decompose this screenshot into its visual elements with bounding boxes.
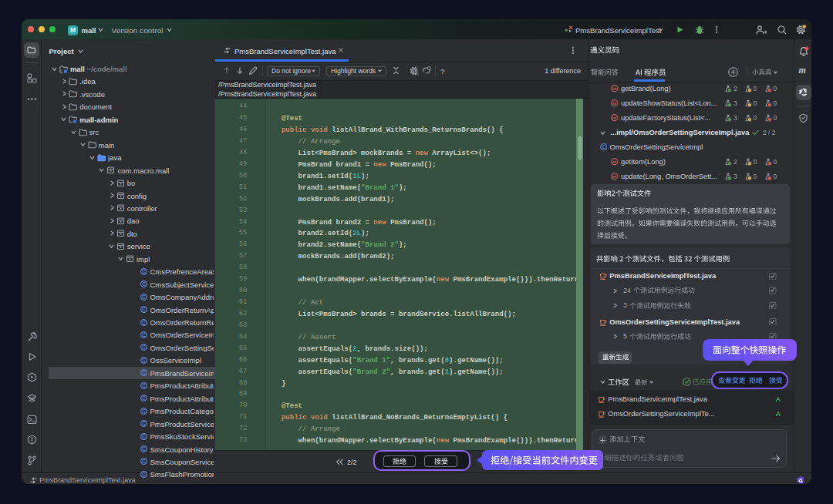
svg-text:m: m <box>612 116 616 120</box>
svg-text:m: m <box>612 101 616 106</box>
svg-text:C: C <box>142 472 146 477</box>
svg-text:C: C <box>142 332 146 338</box>
svg-text:C: C <box>142 433 146 438</box>
svg-text:C: C <box>142 421 146 426</box>
svg-text:C: C <box>142 307 146 312</box>
svg-text:C: C <box>142 269 146 274</box>
svg-text:C: C <box>142 358 146 363</box>
svg-text:m: m <box>612 174 616 179</box>
svg-text:m: m <box>612 86 616 91</box>
svg-text:C: C <box>142 395 146 401</box>
svg-text:C: C <box>142 319 146 324</box>
svg-text:C: C <box>142 370 146 375</box>
svg-text:C: C <box>142 344 146 350</box>
svg-text:C: C <box>142 459 146 464</box>
svg-text:C: C <box>142 281 146 287</box>
svg-text:C: C <box>142 446 146 452</box>
svg-text:C: C <box>142 408 146 414</box>
svg-text:C: C <box>142 383 146 388</box>
svg-text:m: m <box>612 160 616 164</box>
svg-text:C: C <box>142 294 146 299</box>
svg-text:C: C <box>602 144 605 150</box>
